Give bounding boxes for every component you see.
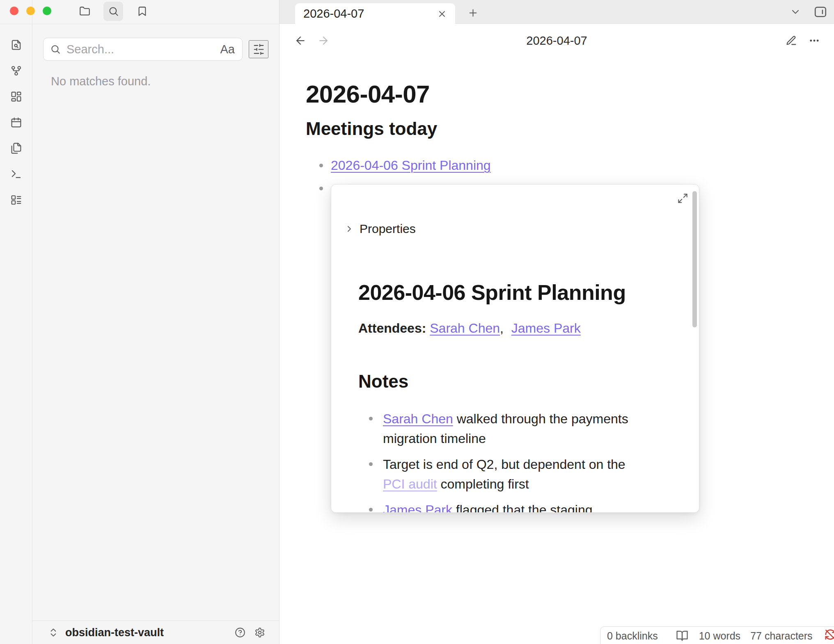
help-icon[interactable] (235, 627, 245, 638)
back-arrow-icon[interactable] (294, 34, 307, 47)
page-preview-popup: Properties 2026-04-06 Sprint Planning At… (331, 184, 699, 513)
note-text: Target is end of Q2, but dependent on th… (383, 457, 626, 472)
edit-pencil-icon[interactable] (786, 35, 797, 46)
properties-collapse[interactable]: Properties (344, 222, 674, 236)
attendee-link[interactable]: Sarah Chen (430, 321, 500, 336)
zoom-window-button[interactable] (43, 7, 51, 15)
file-search-icon[interactable] (10, 39, 22, 51)
obsidian-window: Aa No matches found. obsidian-test-vault… (0, 0, 834, 644)
pci-audit-link[interactable]: PCI audit (383, 477, 437, 491)
popup-notes-list: Sarah Chen walked through the payments m… (358, 409, 651, 513)
window-controls (10, 7, 51, 15)
forward-arrow-icon[interactable] (317, 34, 330, 47)
note-h1: 2026-04-07 (306, 80, 778, 109)
note-content: 2026-04-07 Meetings today 2026-04-06 Spr… (306, 57, 778, 200)
attendees-line: Attendees: Sarah Chen, James Park (358, 320, 674, 336)
close-tab-icon[interactable] (437, 9, 447, 19)
tab-list-chevron-down-icon[interactable] (790, 6, 801, 18)
search-settings-sliders-icon[interactable] (249, 40, 268, 58)
search-empty-state: No matches found. (51, 75, 151, 88)
properties-label: Properties (360, 222, 416, 236)
match-case-toggle[interactable]: Aa (220, 43, 236, 56)
vault-name: obsidian-test-vault (65, 626, 164, 639)
book-open-icon (676, 630, 688, 642)
expand-popup-icon[interactable] (677, 193, 688, 204)
settings-gear-icon[interactable] (254, 627, 265, 638)
sidebar-tab-switcher (75, 2, 152, 21)
search-tab-icon[interactable] (103, 2, 123, 21)
tab-bar: 2026-04-07 (280, 0, 834, 24)
titlebar-divider (0, 24, 280, 24)
list-item: James Park flagged that the staging (358, 500, 651, 513)
files-tab-folder-icon[interactable] (75, 2, 94, 21)
attendees-label: Attendees: (358, 321, 426, 336)
character-count: 77 characters (750, 630, 812, 642)
status-bar: 0 backlinks 10 words 77 characters (600, 626, 834, 644)
right-sidebar-toggle-icon[interactable] (813, 5, 827, 19)
list-item: Sarah Chen walked through the payments m… (358, 409, 651, 448)
popup-title: 2026-04-06 Sprint Planning (358, 280, 674, 305)
vault-footer: obsidian-test-vault (32, 621, 279, 644)
attendee-link[interactable]: James Park (511, 321, 581, 336)
note-text: completing first (437, 477, 529, 491)
left-sidebar: Aa No matches found. obsidian-test-vault (32, 0, 280, 644)
history-nav (294, 34, 330, 47)
view-header-title: 2026-04-07 (280, 34, 834, 48)
calendar-icon[interactable] (10, 116, 22, 128)
copy-files-icon[interactable] (10, 142, 22, 154)
canvas-icon[interactable] (10, 91, 22, 103)
new-tab-plus-icon[interactable] (463, 4, 482, 21)
popup-notes-heading: Notes (358, 371, 674, 393)
sprint-planning-link[interactable]: 2026-04-06 Sprint Planning (331, 158, 491, 173)
minimize-window-button[interactable] (26, 7, 35, 15)
popup-scrollbar[interactable] (692, 191, 697, 327)
person-link[interactable]: James Park (383, 502, 452, 513)
attendees-separator: , (500, 321, 504, 336)
tabbar-right-controls (790, 3, 827, 21)
search-icon (50, 44, 61, 55)
view-header: 2026-04-07 (280, 24, 834, 57)
bookmarks-tab-icon[interactable] (132, 2, 152, 21)
tab-title: 2026-04-07 (303, 7, 437, 21)
tab-active[interactable]: 2026-04-07 (295, 3, 455, 24)
backlinks-count[interactable]: 0 backlinks (607, 630, 658, 642)
graph-icon[interactable] (10, 65, 22, 77)
note-text: flagged that the staging (452, 502, 593, 513)
search-input[interactable] (66, 43, 215, 56)
ribbon (0, 0, 32, 644)
list-item: Target is end of Q2, but dependent on th… (358, 454, 651, 494)
list-item: 2026-04-06 Sprint Planning (306, 154, 778, 177)
more-options-icon[interactable] (809, 35, 820, 46)
note-h2: Meetings today (306, 118, 778, 140)
chevron-right-icon (344, 224, 354, 234)
terminal-icon[interactable] (10, 168, 22, 180)
view-actions (786, 35, 820, 46)
person-link[interactable]: Sarah Chen (383, 411, 453, 426)
vault-switcher[interactable]: obsidian-test-vault (48, 626, 164, 639)
search-input-wrapper: Aa (43, 38, 243, 61)
word-count: 10 words (699, 630, 740, 642)
sync-error-icon[interactable] (824, 628, 834, 643)
close-window-button[interactable] (10, 7, 18, 15)
chevrons-up-down-icon (48, 627, 59, 638)
list-details-icon[interactable] (10, 194, 22, 206)
